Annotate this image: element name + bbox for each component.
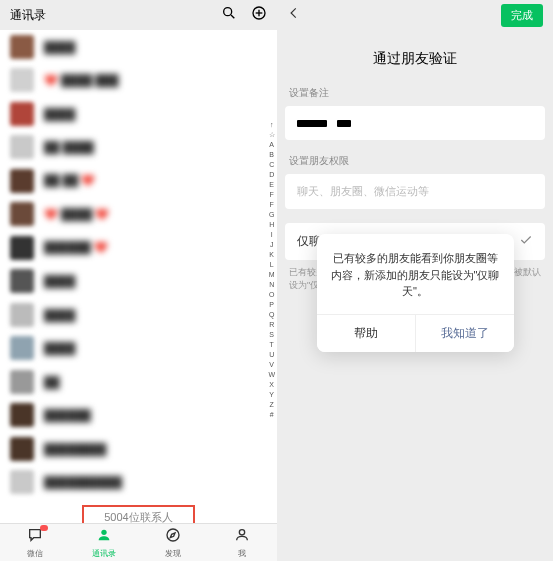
index-letter[interactable]: T <box>268 340 275 350</box>
index-letter[interactable]: I <box>268 230 275 240</box>
index-letter[interactable]: S <box>268 330 275 340</box>
contact-name: ██████████ <box>44 476 122 488</box>
contact-item[interactable]: ████ <box>0 332 277 366</box>
index-letter[interactable]: ↑ <box>268 120 275 130</box>
index-bar[interactable]: ↑☆ABCDEFFGHIJKLMNOPQRSTUVWXYZ# <box>268 120 275 420</box>
avatar <box>10 470 34 494</box>
avatar <box>10 68 34 92</box>
contact-name: ❤️ ████ ███ <box>44 74 119 87</box>
index-letter[interactable]: F <box>268 190 275 200</box>
contact-item[interactable]: ████ <box>0 265 277 299</box>
index-letter[interactable]: A <box>268 140 275 150</box>
dialog-actions: 帮助 我知道了 <box>317 314 514 352</box>
contact-name: ██ ██ ❤️ <box>44 174 95 187</box>
index-letter[interactable]: M <box>268 270 275 280</box>
avatar <box>10 269 34 293</box>
index-letter[interactable]: F <box>268 200 275 210</box>
contact-name: ██ ████ <box>44 141 94 153</box>
contact-item[interactable]: ████ <box>0 97 277 131</box>
contact-item[interactable]: ❤️ ████ ❤️ <box>0 198 277 232</box>
tab-label: 发现 <box>165 548 181 559</box>
header-actions <box>221 5 267 25</box>
header: 通讯录 <box>0 0 277 30</box>
tab-label: 微信 <box>27 548 43 559</box>
avatar <box>10 303 34 327</box>
index-letter[interactable]: L <box>268 260 275 270</box>
avatar <box>10 236 34 260</box>
avatar <box>10 370 34 394</box>
verify-panel: 完成 通过朋友验证 设置备注 设置朋友权限 聊天、朋友圈、微信运动等 仅聊天 已… <box>277 0 553 561</box>
contact-name: ████ <box>44 41 75 53</box>
contacts-list[interactable]: ████❤️ ████ █████████ ██████ ██ ❤️❤️ ███… <box>0 30 277 523</box>
index-letter[interactable]: D <box>268 170 275 180</box>
index-letter[interactable]: B <box>268 150 275 160</box>
contact-item[interactable]: ██ ██ ❤️ <box>0 164 277 198</box>
contact-item[interactable]: ██ ████ <box>0 131 277 165</box>
index-letter[interactable]: R <box>268 320 275 330</box>
index-letter[interactable]: N <box>268 280 275 290</box>
contact-item[interactable]: ████ <box>0 30 277 64</box>
help-button[interactable]: 帮助 <box>317 315 416 352</box>
index-letter[interactable]: C <box>268 160 275 170</box>
index-letter[interactable]: J <box>268 240 275 250</box>
chat-icon <box>26 527 44 547</box>
svg-point-0 <box>224 8 232 16</box>
discover-icon <box>164 527 182 547</box>
tab-discover[interactable]: 发现 <box>139 524 208 561</box>
dialog-body: 已有较多的朋友能看到你朋友圈等内容，新添加的朋友只能设为"仅聊天"。 <box>317 234 514 314</box>
page-title: 通讯录 <box>10 7 46 24</box>
avatar <box>10 102 34 126</box>
svg-point-7 <box>240 529 245 534</box>
tab-contacts[interactable]: 通讯录 <box>69 524 138 561</box>
contact-item[interactable]: ██ <box>0 365 277 399</box>
avatar <box>10 202 34 226</box>
contact-name: ██████ <box>44 409 91 421</box>
tab-chats[interactable]: 微信 <box>0 524 69 561</box>
index-letter[interactable]: H <box>268 220 275 230</box>
index-letter[interactable]: # <box>268 410 275 420</box>
index-letter[interactable]: G <box>268 210 275 220</box>
index-letter[interactable]: U <box>268 350 275 360</box>
index-letter[interactable]: V <box>268 360 275 370</box>
dialog-overlay: 已有较多的朋友能看到你朋友圈等内容，新添加的朋友只能设为"仅聊天"。 帮助 我知… <box>277 0 553 561</box>
tab-me[interactable]: 我 <box>208 524 277 561</box>
contact-name: ████████ <box>44 443 106 455</box>
contact-item[interactable]: ████████ <box>0 432 277 466</box>
me-icon <box>233 527 251 547</box>
index-letter[interactable]: O <box>268 290 275 300</box>
ok-button[interactable]: 我知道了 <box>416 315 514 352</box>
svg-point-5 <box>101 529 106 534</box>
index-letter[interactable]: X <box>268 380 275 390</box>
index-letter[interactable]: K <box>268 250 275 260</box>
search-icon[interactable] <box>221 5 237 25</box>
avatar <box>10 437 34 461</box>
contact-item[interactable]: ██████ <box>0 399 277 433</box>
svg-line-1 <box>231 15 234 18</box>
dialog: 已有较多的朋友能看到你朋友圈等内容，新添加的朋友只能设为"仅聊天"。 帮助 我知… <box>317 234 514 352</box>
index-letter[interactable]: Y <box>268 390 275 400</box>
avatar <box>10 35 34 59</box>
avatar <box>10 169 34 193</box>
contact-name: ████ <box>44 309 75 321</box>
add-icon[interactable] <box>251 5 267 25</box>
contact-item[interactable]: ████ <box>0 298 277 332</box>
contact-count: 5004位联系人 <box>104 510 172 523</box>
tab-label: 我 <box>238 548 246 559</box>
contact-name: ██ <box>44 376 60 388</box>
tabbar: 微信 通讯录 发现 我 <box>0 523 277 561</box>
index-letter[interactable]: P <box>268 300 275 310</box>
index-letter[interactable]: ☆ <box>268 130 275 140</box>
contact-name: ████ <box>44 342 75 354</box>
contact-item[interactable]: ██████ ❤️ <box>0 231 277 265</box>
contact-item[interactable]: ❤️ ████ ███ <box>0 64 277 98</box>
index-letter[interactable]: E <box>268 180 275 190</box>
contact-count-highlight: 5004位联系人 <box>82 505 194 523</box>
index-letter[interactable]: Z <box>268 400 275 410</box>
contacts-icon <box>95 527 113 547</box>
contact-item[interactable]: ██████████ <box>0 466 277 500</box>
unread-badge <box>40 525 48 531</box>
contact-name: ██████ ❤️ <box>44 241 108 254</box>
index-letter[interactable]: W <box>268 370 275 380</box>
contact-name: ████ <box>44 275 75 287</box>
index-letter[interactable]: Q <box>268 310 275 320</box>
